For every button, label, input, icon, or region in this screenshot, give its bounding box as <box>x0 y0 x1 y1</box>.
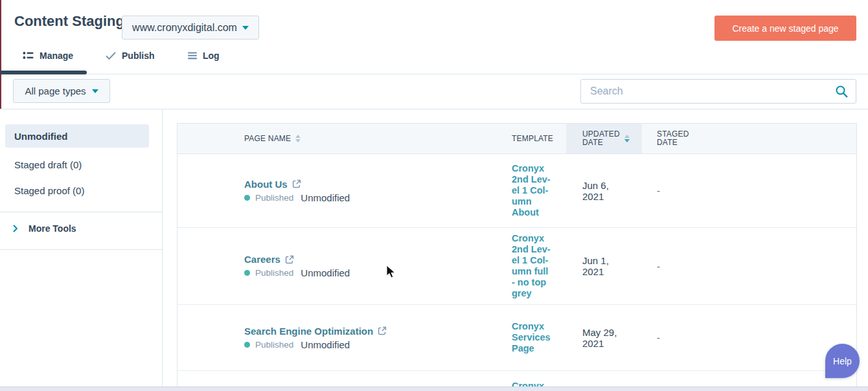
column-label: UPDATED DATE <box>582 130 620 147</box>
active-tab-indicator <box>0 71 87 74</box>
published-status-icon <box>244 342 250 348</box>
sidebar-item-label: Staged draft (0) <box>14 159 82 170</box>
sidebar-divider <box>0 212 162 212</box>
external-link-icon[interactable] <box>285 255 294 264</box>
page-link[interactable]: About Us <box>244 179 288 190</box>
sort-desc-icon <box>624 135 630 142</box>
staged-date: - <box>642 228 856 304</box>
publish-status: Published <box>255 340 293 350</box>
updated-date: May 29, 2021 <box>566 305 642 370</box>
page-name-cell: Search Engine Optimization Published Unm… <box>177 305 501 370</box>
search-icon[interactable] <box>836 85 848 98</box>
lines-icon <box>188 52 197 60</box>
check-icon <box>106 52 116 60</box>
sidebar-item-unmodified[interactable]: Unmodified <box>5 124 149 148</box>
external-link-icon[interactable] <box>292 179 301 188</box>
bottom-edge-strip <box>0 386 868 391</box>
staging-state: Unmodified <box>301 267 350 278</box>
search-box <box>580 79 856 104</box>
sidebar-divider <box>0 249 162 250</box>
column-header-updated-date[interactable]: UPDATED DATE <box>566 124 642 153</box>
staging-state: Unmodified <box>301 192 350 203</box>
page-name-cell: About Us Published Unmodified <box>177 154 501 227</box>
tab-manage-label: Manage <box>40 50 73 61</box>
help-button[interactable]: Help <box>825 344 860 378</box>
column-header-staged-date[interactable]: STAGED DATE <box>642 124 856 153</box>
staging-state: Unmodified <box>301 339 350 350</box>
more-tools-toggle[interactable]: More Tools <box>13 223 76 234</box>
publish-status: Published <box>255 268 293 278</box>
tab-log[interactable]: Log <box>188 50 220 61</box>
page-link[interactable]: Search Engine Optimization <box>244 326 373 337</box>
page-type-filter[interactable]: All page types <box>13 79 110 103</box>
external-link-icon[interactable] <box>378 326 387 335</box>
bulleted-list-icon <box>23 51 34 61</box>
table-row: Careers Published Unmodified Cronyx 2nd … <box>177 228 856 305</box>
published-status-icon <box>244 270 250 276</box>
search-input[interactable] <box>589 85 836 98</box>
chevron-right-icon <box>13 225 18 232</box>
column-header-template[interactable]: TEMPLATE <box>501 124 566 153</box>
page-type-filter-value: All page types <box>25 85 86 96</box>
column-header-page-name[interactable]: PAGE NAME <box>177 124 501 153</box>
published-status-icon <box>244 195 250 201</box>
publish-status: Published <box>255 193 293 203</box>
template-link[interactable]: Cronyx Services Page <box>501 305 566 370</box>
table-row: About Us Published Unmodified Cronyx 2nd… <box>177 154 856 228</box>
updated-date: Jun 6, 2021 <box>566 154 642 227</box>
column-label: TEMPLATE <box>512 134 553 143</box>
domain-selector[interactable]: www.cronyxdigital.com <box>122 16 259 39</box>
sidebar: Unmodified Staged draft (0) Staged proof… <box>0 109 162 391</box>
sidebar-item-staged-draft[interactable]: Staged draft (0) <box>5 153 149 176</box>
sidebar-item-staged-proof[interactable]: Staged proof (0) <box>5 179 149 202</box>
column-label: STAGED DATE <box>657 130 689 147</box>
template-link[interactable]: Cronyx 2nd Lev- el 1 Col- umn full - no … <box>501 228 566 304</box>
sort-icon <box>295 135 301 142</box>
table-row: Search Engine Optimization Published Unm… <box>177 305 856 371</box>
more-tools-label: More Tools <box>29 223 76 234</box>
staged-pages-table: PAGE NAME TEMPLATE UPDATED DATE STAGED D… <box>177 123 857 391</box>
sidebar-item-label: Staged proof (0) <box>14 185 84 196</box>
content-staging-page: Content Staging www.cronyxdigital.com Cr… <box>0 0 868 391</box>
chevron-down-icon <box>92 89 98 93</box>
updated-date: Jun 1, 2021 <box>566 228 642 304</box>
page-title: Content Staging <box>14 13 124 30</box>
help-button-label: Help <box>833 356 852 366</box>
page-link[interactable]: Careers <box>244 254 280 265</box>
staged-date: - <box>642 305 856 370</box>
column-label: PAGE NAME <box>244 134 291 143</box>
tab-publish-label: Publish <box>122 50 155 61</box>
tab-manage[interactable]: Manage <box>23 50 73 61</box>
template-link[interactable]: Cronyx 2nd Lev- el 1 Col- umn About <box>501 154 566 227</box>
page-name-cell: Careers Published Unmodified <box>177 228 501 304</box>
chevron-down-icon <box>242 26 249 30</box>
sidebar-vertical-divider <box>162 109 163 391</box>
domain-selector-value: www.cronyxdigital.com <box>132 22 237 34</box>
staged-date: - <box>642 154 856 227</box>
tab-publish[interactable]: Publish <box>106 50 155 61</box>
tabs-divider <box>0 74 868 74</box>
table-header-row: PAGE NAME TEMPLATE UPDATED DATE STAGED D… <box>177 124 856 154</box>
tab-log-label: Log <box>203 50 220 61</box>
create-staged-page-button[interactable]: Create a new staged page <box>714 16 856 41</box>
sidebar-item-label: Unmodified <box>14 131 68 142</box>
